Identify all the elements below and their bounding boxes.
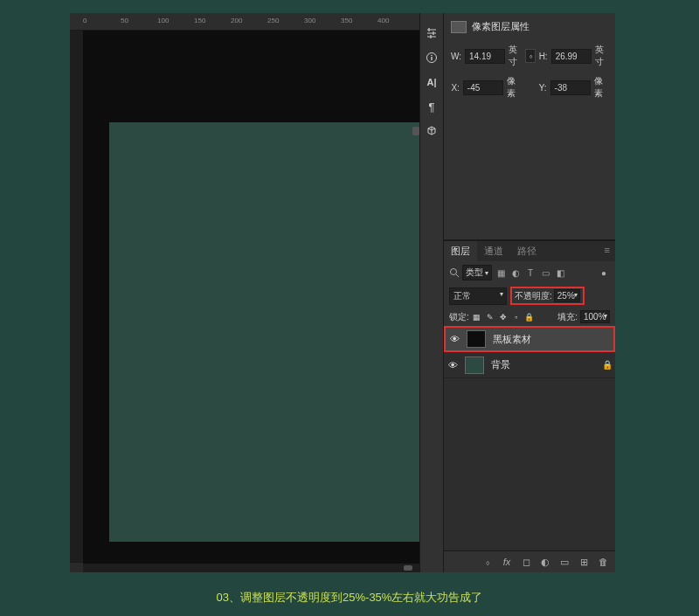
layers-panel: 图层 通道 路径 ≡ 类型 ▦ ◐ T ▭ ◧ ● 正常 不透明度: 25% [444,240,615,572]
tab-channels[interactable]: 通道 [477,241,510,261]
width-input[interactable]: 14.19 [465,49,505,64]
opacity-label: 不透明度: [515,290,552,302]
canvas-document[interactable] [109,122,419,542]
canvas-area: 0 50 100 150 200 250 300 350 400 [70,13,419,572]
filter-type-select[interactable]: 类型 [462,265,492,280]
height-input[interactable]: 26.99 [551,49,592,64]
opacity-control-highlight: 不透明度: 25% [510,287,585,305]
lock-row: 锁定: ▦ ✎ ✥ ▫ 🔒 填充: 100% [444,308,615,326]
lock-paint-icon[interactable]: ✎ [485,312,495,322]
layer-style-icon[interactable]: fx [500,555,514,569]
lock-position-icon[interactable]: ✥ [498,312,509,322]
svg-rect-2 [431,57,432,60]
x-input[interactable]: -45 [463,80,503,95]
visibility-toggle-icon[interactable]: 👁 [444,360,461,370]
layer-name[interactable]: 黑板素材 [489,333,613,346]
new-layer-icon[interactable]: ⊞ [577,555,591,569]
adjustment-layer-icon[interactable]: ◐ [538,555,552,569]
tutorial-caption: 03、调整图层不透明度到25%-35%左右就大功告成了 [0,590,699,606]
3d-icon[interactable] [421,120,442,142]
photoshop-window: 0 50 100 150 200 250 300 350 400 A| ¶ [70,13,615,572]
properties-title: 像素图层属性 [472,20,529,33]
fill-input[interactable]: 100% [580,310,610,323]
add-mask-icon[interactable]: ◻ [519,555,533,569]
group-icon[interactable]: ▭ [557,555,571,569]
canvas-status-corner [70,562,83,572]
visibility-toggle-icon[interactable]: 👁 [446,334,463,344]
scrollbar-horizontal[interactable] [404,565,412,571]
layer-row[interactable]: 👁 背景 🔒 [444,352,615,378]
adjustments-icon[interactable] [421,22,442,45]
layer-name[interactable]: 背景 [488,358,599,371]
blend-mode-row: 正常 不透明度: 25% [444,284,615,308]
filter-smart-icon[interactable]: ◧ [554,266,566,279]
svg-line-4 [456,274,459,277]
scrollbar-vertical[interactable] [412,127,419,135]
y-input[interactable]: -38 [550,80,591,95]
delete-layer-icon[interactable]: 🗑 [596,555,610,569]
fill-label: 填充: [557,311,578,323]
lock-transparency-icon[interactable]: ▦ [472,312,482,322]
lock-icon: 🔒 [599,360,615,370]
link-wh-icon[interactable]: ⬨ [525,49,535,63]
pixel-layer-icon [451,21,467,33]
filter-toggle-icon[interactable]: ● [598,266,610,279]
link-layers-icon[interactable]: ⬨ [481,555,495,569]
filter-shape-icon[interactable]: ▭ [539,266,551,279]
info-icon[interactable] [421,46,442,69]
character-icon[interactable]: A| [421,71,442,93]
panel-menu-icon[interactable]: ≡ [599,241,615,261]
svg-point-3 [451,269,457,275]
layer-thumbnail[interactable] [465,356,484,374]
filter-type-icon[interactable]: T [524,266,536,279]
opacity-input[interactable]: 25% [554,289,580,302]
search-icon [449,267,460,278]
ruler-horizontal: 0 50 100 150 200 250 300 350 400 [70,13,419,31]
layer-filter-row: 类型 ▦ ◐ T ▭ ◧ ● [444,261,615,284]
filter-adjust-icon[interactable]: ◐ [509,266,522,279]
paragraph-icon[interactable]: ¶ [421,95,442,118]
layer-row-selected[interactable]: 👁 黑板素材 [444,326,615,352]
layer-thumbnail[interactable] [467,330,486,348]
lock-all-icon[interactable]: 🔒 [524,312,535,322]
properties-panel: 像素图层属性 W: 14.19 英寸 ⬨ H: 26.99 英寸 X: -45 … [444,13,615,240]
panel-tabs: 图层 通道 路径 ≡ [444,241,615,261]
properties-header: 像素图层属性 [451,20,608,33]
svg-point-1 [431,55,433,57]
lock-artboard-icon[interactable]: ▫ [511,312,522,322]
filter-pixel-icon[interactable]: ▦ [495,266,507,279]
collapsed-panel-strip: A| ¶ [419,13,444,572]
blend-mode-select[interactable]: 正常 [449,287,507,305]
layers-toolbar: ⬨ fx ◻ ◐ ▭ ⊞ 🗑 [444,550,615,572]
layer-list: 👁 黑板素材 👁 背景 🔒 [444,326,615,550]
tab-paths[interactable]: 路径 [510,241,543,261]
right-panels: 像素图层属性 W: 14.19 英寸 ⬨ H: 26.99 英寸 X: -45 … [444,13,615,572]
tab-layers[interactable]: 图层 [444,241,477,261]
